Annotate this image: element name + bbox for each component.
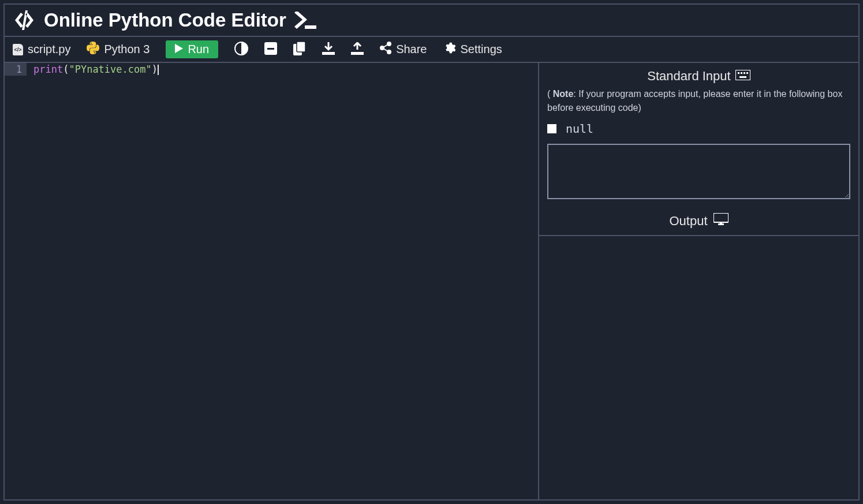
- code-area[interactable]: print("PYnative.com"): [33, 63, 538, 499]
- language-selector[interactable]: Python 3: [87, 42, 150, 57]
- svg-point-6: [380, 46, 384, 50]
- svg-point-7: [387, 50, 391, 54]
- svg-rect-2: [267, 48, 274, 50]
- language-label: Python 3: [104, 43, 150, 56]
- token-paren-close: ): [152, 64, 158, 75]
- copy-icon: [293, 42, 306, 58]
- toolbar: script.py Python 3 Run: [5, 37, 858, 63]
- monitor-icon: [713, 213, 728, 229]
- svg-rect-11: [744, 72, 745, 74]
- note-prefix: (: [547, 89, 553, 99]
- header: Online Python Code Editor: [5, 5, 858, 37]
- svg-rect-8: [735, 70, 750, 80]
- copy-button[interactable]: [293, 42, 306, 58]
- token-function: print: [33, 64, 63, 75]
- gear-icon: [443, 42, 456, 57]
- note-rest: : If your program accepts input, please …: [547, 89, 842, 113]
- code-icon: [13, 10, 36, 30]
- editor-cursor: [158, 65, 159, 75]
- stdin-title-text: Standard Input: [647, 69, 730, 84]
- settings-label: Settings: [461, 43, 502, 56]
- token-paren-open: (: [63, 64, 69, 75]
- svg-rect-12: [746, 72, 748, 74]
- minimize-button[interactable]: [264, 42, 277, 57]
- contrast-icon: [234, 42, 248, 58]
- output-title: Output: [539, 210, 858, 235]
- right-panel: Standard Input ( Note: If your program a…: [538, 63, 858, 499]
- stdin-textarea[interactable]: [547, 144, 850, 199]
- keyboard-icon: [735, 69, 750, 84]
- null-checkbox-row[interactable]: null: [547, 122, 850, 136]
- share-button[interactable]: Share: [380, 42, 427, 57]
- stdin-note: ( Note: If your program accepts input, p…: [547, 87, 850, 115]
- file-code-icon: [13, 44, 23, 55]
- stdin-section: Standard Input ( Note: If your program a…: [539, 63, 858, 210]
- python-icon: [87, 42, 99, 57]
- line-number: 1: [5, 63, 27, 76]
- minimize-icon: [264, 42, 277, 57]
- svg-rect-14: [713, 213, 728, 222]
- share-icon: [380, 42, 391, 57]
- run-button[interactable]: Run: [166, 40, 218, 58]
- app-frame: Online Python Code Editor script.py Pyth…: [3, 3, 860, 501]
- output-area: [539, 235, 858, 499]
- null-label: null: [566, 122, 593, 136]
- download-button[interactable]: [322, 42, 335, 57]
- code-line: print("PYnative.com"): [33, 63, 538, 76]
- main-area: 1 print("PYnative.com") Standard Input (…: [5, 63, 858, 499]
- svg-rect-13: [739, 76, 746, 78]
- upload-icon: [351, 42, 364, 57]
- play-icon: [175, 43, 183, 56]
- stdin-title: Standard Input: [547, 69, 850, 84]
- file-name: script.py: [28, 43, 70, 56]
- output-title-text: Output: [669, 214, 707, 229]
- file-indicator[interactable]: script.py: [13, 43, 70, 56]
- page-title: Online Python Code Editor: [44, 9, 286, 31]
- svg-point-5: [387, 42, 391, 46]
- download-icon: [322, 42, 335, 57]
- svg-rect-9: [738, 72, 739, 74]
- theme-toggle-button[interactable]: [234, 42, 248, 58]
- note-bold: Note: [553, 89, 574, 99]
- share-label: Share: [396, 43, 427, 56]
- null-checkbox[interactable]: [547, 124, 556, 133]
- svg-rect-16: [720, 222, 722, 224]
- token-string: "PYnative.com": [69, 64, 151, 75]
- settings-button[interactable]: Settings: [443, 42, 502, 57]
- run-label: Run: [188, 43, 209, 56]
- editor-gutter: 1: [5, 63, 33, 499]
- svg-rect-10: [741, 72, 742, 74]
- upload-button[interactable]: [351, 42, 364, 57]
- code-editor[interactable]: 1 print("PYnative.com"): [5, 63, 538, 499]
- terminal-icon: [294, 12, 316, 29]
- svg-rect-4: [297, 42, 305, 52]
